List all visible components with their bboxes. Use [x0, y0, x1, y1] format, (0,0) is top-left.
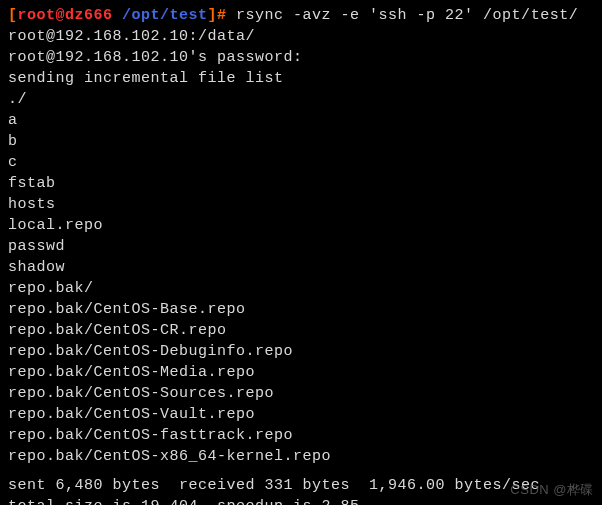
file-list-item: repo.bak/CentOS-x86_64-kernel.repo [8, 446, 594, 467]
prompt-cwd: /opt/test [122, 7, 208, 24]
file-list-item: repo.bak/ [8, 278, 594, 299]
prompt-line-1: [root@dz666 /opt/test]# rsync -avz -e 's… [8, 5, 594, 47]
file-list-item: repo.bak/CentOS-CR.repo [8, 320, 594, 341]
speedup-summary: total size is 19,404 speedup is 2.85 [8, 496, 594, 505]
file-list-item: b [8, 131, 594, 152]
file-list-item: shadow [8, 257, 594, 278]
bytes-summary: sent 6,480 bytes received 331 bytes 1,94… [8, 475, 594, 496]
prompt-user-host: root@dz666 [18, 7, 113, 24]
file-list-item: fstab [8, 173, 594, 194]
file-list-item: hosts [8, 194, 594, 215]
file-list-item: repo.bak/CentOS-Media.repo [8, 362, 594, 383]
file-list-item: repo.bak/CentOS-Base.repo [8, 299, 594, 320]
prompt-bracket-open: [ [8, 7, 18, 24]
file-list-item: repo.bak/CentOS-Vault.repo [8, 404, 594, 425]
prompt-bracket-close: ]# [208, 7, 227, 24]
file-list-item: repo.bak/CentOS-Sources.repo [8, 383, 594, 404]
file-list-item: a [8, 110, 594, 131]
file-list-item: c [8, 152, 594, 173]
file-list-item: ./ [8, 89, 594, 110]
file-list-item: repo.bak/CentOS-Debuginfo.repo [8, 341, 594, 362]
sending-status: sending incremental file list [8, 68, 594, 89]
file-list-item: repo.bak/CentOS-fasttrack.repo [8, 425, 594, 446]
password-prompt: root@192.168.102.10's password: [8, 47, 594, 68]
file-list-item: passwd [8, 236, 594, 257]
file-list-item: local.repo [8, 215, 594, 236]
csdn-watermark: CSDN @桦碟 [510, 481, 594, 499]
